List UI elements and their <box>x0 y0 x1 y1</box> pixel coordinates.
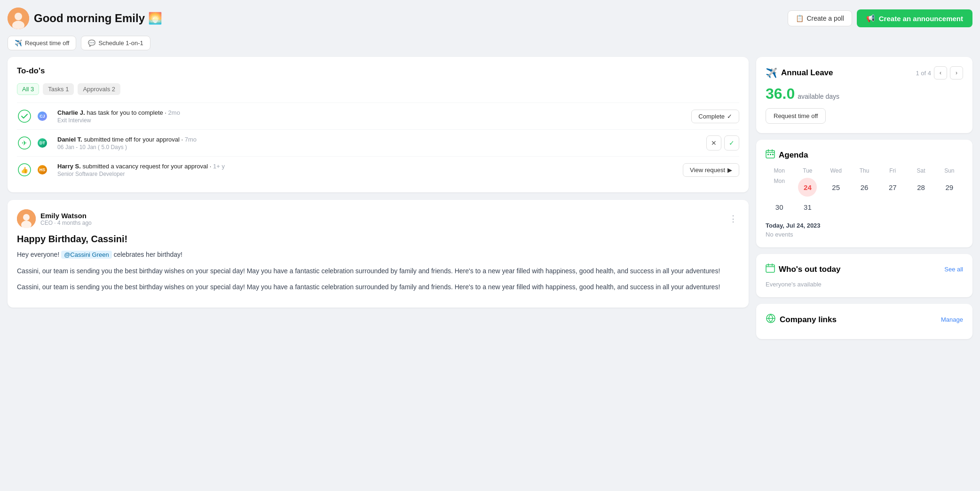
calendar-grid: Mon Tue Wed Thu Fri Sat Sun Mon 24 25 26… <box>766 167 963 216</box>
todo-main-text: Charlie J. has task for you to complete … <box>57 109 686 116</box>
leave-number: 36.0 <box>766 85 795 103</box>
svg-point-3 <box>18 110 31 122</box>
cal-header: Wed <box>822 167 850 177</box>
agenda-icon <box>766 149 775 161</box>
todo-content: Charlie J. has task for you to complete … <box>57 109 686 124</box>
agenda-title: Agenda <box>766 149 963 161</box>
see-all-link[interactable]: See all <box>944 266 963 273</box>
post-intro: Hey everyone! @Cassini Green celebrates … <box>17 249 739 260</box>
svg-text:✈: ✈ <box>22 139 27 147</box>
top-bar: Good morning Emily 🌅 📋 Create a poll 📢 C… <box>8 8 972 29</box>
post-author: Emily Watson CEO · 4 months ago <box>17 209 92 228</box>
filter-tasks[interactable]: Tasks 1 <box>43 83 74 95</box>
schedule-1on1-button[interactable]: 💬 Schedule 1-on-1 <box>81 36 150 50</box>
cal-header: Mon <box>766 178 793 197</box>
table-row: 👍 HS Harry S. submitted a vacancy reques… <box>17 156 739 183</box>
post-body-1: Cassini, our team is sending you the bes… <box>17 266 739 276</box>
filter-tabs: All 3 Tasks 1 Approvals 2 <box>17 83 739 95</box>
cal-header: Thu <box>851 167 878 177</box>
annual-leave-card: ✈️ Annual Leave 1 of 4 ‹ › 36.0 availabl… <box>756 57 972 133</box>
svg-rect-17 <box>772 154 774 155</box>
user-avatar <box>8 8 29 29</box>
todo-content: Daniel T. submitted time off for your ap… <box>57 136 701 150</box>
main-layout: To-do's All 3 Tasks 1 Approvals 2 CJ <box>8 57 972 339</box>
todos-title: To-do's <box>17 66 739 76</box>
view-request-button[interactable]: View request ▶ <box>683 163 739 177</box>
table-row: CJ Charlie J. has task for you to comple… <box>17 103 739 129</box>
today-label: Today, Jul 24, 2023 <box>766 222 963 229</box>
todo-main-text: Harry S. submitted a vacancy request for… <box>57 163 677 170</box>
request-time-off-button[interactable]: ✈️ Request time off <box>8 36 76 50</box>
annual-leave-icon: ✈️ <box>766 67 777 79</box>
post-meta: CEO · 4 months ago <box>40 220 92 226</box>
approve-button[interactable]: ✓ <box>724 135 739 150</box>
company-links-card: Company links Manage <box>756 304 972 339</box>
actor-avatar: DT <box>38 138 47 148</box>
svg-rect-18 <box>766 265 775 272</box>
cal-header: Sat <box>907 167 934 177</box>
arrow-right-icon: ▶ <box>727 166 732 174</box>
no-events-label: No events <box>766 231 963 238</box>
calendar-day[interactable]: 25 <box>827 178 846 197</box>
annual-leave-header: ✈️ Annual Leave 1 of 4 ‹ › <box>766 66 963 79</box>
plane-sub-icon: ✈️ <box>15 40 22 47</box>
right-column: ✈️ Annual Leave 1 of 4 ‹ › 36.0 availabl… <box>756 57 972 339</box>
whos-out-title: Who's out today <box>766 263 841 275</box>
todo-sub-text: Senior Software Developer <box>57 171 677 177</box>
todo-sub-text: Exit Interview <box>57 117 686 124</box>
thumbsup-icon: 👍 <box>17 162 32 177</box>
todo-item-actions: Complete ✓ <box>691 110 739 123</box>
calendar-day[interactable]: 30 <box>770 198 789 216</box>
left-column: To-do's All 3 Tasks 1 Approvals 2 CJ <box>8 57 749 308</box>
todo-sub-text: 06 Jan - 10 Jan ( 5.0 Days ) <box>57 144 701 150</box>
todo-item-actions: View request ▶ <box>683 163 739 177</box>
create-announcement-button[interactable]: 📢 Create an announcement <box>857 9 972 27</box>
svg-text:👍: 👍 <box>21 166 29 174</box>
check-circle-icon <box>17 109 32 124</box>
whos-out-card: Who's out today See all Everyone's avail… <box>756 254 972 297</box>
plane-todo-icon: ✈ <box>17 135 32 150</box>
post-author-info: Emily Watson CEO · 4 months ago <box>40 212 92 226</box>
cal-header: Sun <box>936 167 963 177</box>
pagination-next-button[interactable]: › <box>950 66 963 79</box>
everyone-available-text: Everyone's available <box>766 281 963 288</box>
whos-out-icon <box>766 263 775 275</box>
todo-item-actions: ✕ ✓ <box>706 135 739 150</box>
annual-leave-title: ✈️ Annual Leave <box>766 67 833 79</box>
calendar-day[interactable]: 29 <box>940 178 959 197</box>
todos-card: To-do's All 3 Tasks 1 Approvals 2 CJ <box>8 57 749 192</box>
create-poll-button[interactable]: 📋 Create a poll <box>788 10 852 26</box>
todo-content: Harry S. submitted a vacancy request for… <box>57 163 677 177</box>
filter-all[interactable]: All 3 <box>17 83 39 95</box>
top-actions: 📋 Create a poll 📢 Create an announcement <box>788 9 972 27</box>
post-card: Emily Watson CEO · 4 months ago ⋮ Happy … <box>8 200 749 308</box>
request-time-off-card-button[interactable]: Request time off <box>766 108 826 124</box>
calendar-day[interactable]: 31 <box>798 198 817 216</box>
post-author-name: Emily Watson <box>40 212 92 220</box>
table-row: ✈ DT Daniel T. submitted time off for yo… <box>17 129 739 156</box>
manage-link[interactable]: Manage <box>941 316 963 323</box>
calendar-day-today[interactable]: 24 <box>798 178 817 197</box>
sub-actions: ✈️ Request time off 💬 Schedule 1-on-1 <box>8 36 972 50</box>
svg-rect-15 <box>767 154 769 155</box>
whos-out-header: Who's out today See all <box>766 263 963 275</box>
post-avatar <box>17 209 36 228</box>
chat-icon: 💬 <box>88 40 95 47</box>
post-menu-button[interactable]: ⋮ <box>727 212 739 226</box>
todo-main-text: Daniel T. submitted time off for your ap… <box>57 136 701 143</box>
calendar-day[interactable]: 28 <box>912 178 931 197</box>
filter-approvals[interactable]: Approvals 2 <box>78 83 120 95</box>
pagination-prev-button[interactable]: ‹ <box>934 66 947 79</box>
actor-avatar: CJ <box>38 111 47 121</box>
greeting-section: Good morning Emily 🌅 <box>8 8 162 29</box>
reject-button[interactable]: ✕ <box>706 135 721 150</box>
svg-point-9 <box>23 214 30 221</box>
complete-button[interactable]: Complete ✓ <box>691 110 739 123</box>
cal-header: Fri <box>879 167 906 177</box>
company-links-title: Company links <box>766 313 837 326</box>
cal-header: Mon <box>766 167 793 177</box>
company-links-header: Company links Manage <box>766 313 963 326</box>
calendar-day[interactable]: 26 <box>855 178 874 197</box>
calendar-day[interactable]: 27 <box>883 178 902 197</box>
leave-label: available days <box>798 93 839 100</box>
